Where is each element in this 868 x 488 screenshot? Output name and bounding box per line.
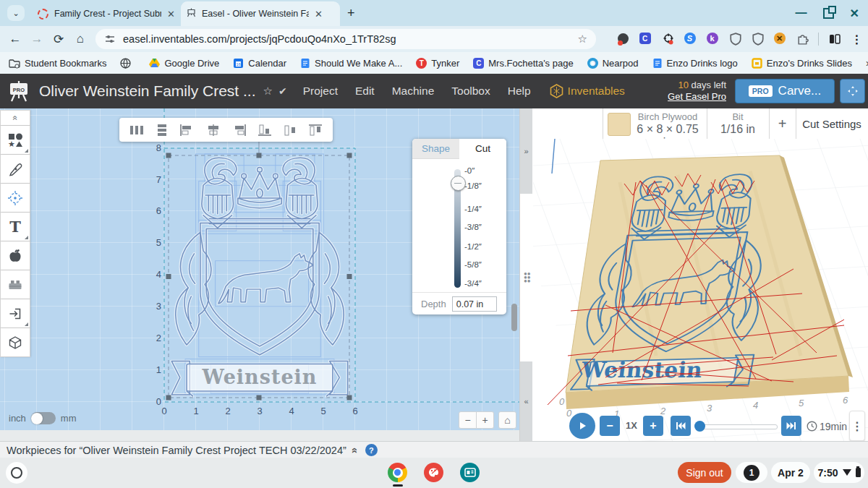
kami-extension-icon[interactable]: k (707, 33, 720, 46)
menu-machine[interactable]: Machine (392, 85, 435, 98)
tab-shape[interactable]: Shape (412, 139, 459, 159)
project-title[interactable]: Oliver Weinstein Family Crest ... (39, 82, 256, 100)
simulation-progress-slider[interactable] (698, 424, 778, 429)
tab-cut[interactable]: Cut (459, 139, 506, 158)
design-canvas[interactable]: Weinstein 8 7 6 5 4 3 2 1 0 0 1 2 3 4 5 (0, 108, 519, 430)
machine-jog-button[interactable] (840, 79, 865, 103)
help-icon[interactable]: ? (365, 444, 378, 456)
tab-easel[interactable]: Easel - Oliver Weinstein Family ✕ (181, 1, 340, 26)
bookmark-enzo-drinks-logo[interactable]: Enzo Drinks logo (652, 58, 738, 69)
window-restore-button[interactable] (823, 8, 834, 19)
pen-tool-button[interactable] (0, 155, 30, 184)
bit-info[interactable]: Bit 1/16 in (707, 111, 769, 136)
split-screen-icon[interactable] (828, 33, 841, 46)
cut-settings-button[interactable]: Cut Settings (796, 108, 868, 139)
notification-counter[interactable]: 1 (736, 462, 767, 483)
align-center-horizontal-button[interactable] (205, 124, 221, 137)
menu-help[interactable]: Help (508, 85, 531, 98)
shield-extension-icon[interactable] (729, 33, 742, 46)
crest-name-text[interactable]: Weinstein (202, 366, 318, 388)
speed-up-button[interactable]: + (643, 416, 663, 436)
home-icon[interactable]: ⌂ (69, 32, 91, 46)
bookmark-enzo-slides[interactable]: Enzo's Drinks Slides (752, 58, 852, 69)
align-left-button[interactable] (179, 124, 195, 137)
address-bar[interactable]: easel.inventables.com/projects/jqPcdouQo… (95, 29, 596, 49)
canvas-app-icon[interactable] (424, 463, 443, 482)
screencast-app-icon[interactable] (460, 463, 480, 482)
menu-toolbox[interactable]: Toolbox (451, 85, 490, 98)
extensions-puzzle-icon[interactable] (796, 33, 809, 46)
apps-apple-button[interactable] (0, 241, 30, 270)
bookmark-student-bookmarks[interactable]: Student Bookmarks (9, 58, 106, 69)
origin-tool-button[interactable] (0, 184, 30, 213)
canvas-vertical-scrollbar[interactable] (511, 304, 517, 331)
bookmark-should-we-make[interactable]: Should We Make A... (300, 58, 402, 69)
shield-extension-icon-2[interactable] (752, 33, 765, 46)
collapse-rail-button[interactable]: « (0, 110, 30, 126)
add-bit-button[interactable]: + (769, 108, 796, 139)
browser-menu-icon[interactable]: ⋮ (851, 33, 864, 46)
inventables-brand[interactable]: Inventables (550, 84, 625, 98)
depth-input[interactable]: 0.07 in (452, 296, 497, 312)
material-swatch[interactable] (608, 113, 631, 136)
zoom-home-button[interactable]: ⌂ (498, 411, 516, 429)
align-right-button[interactable] (231, 124, 247, 137)
menu-edit[interactable]: Edit (355, 85, 375, 98)
bookmark-tynker[interactable]: T Tynker (416, 58, 459, 69)
c-extension-icon[interactable]: C (639, 33, 652, 46)
distribute-vertical-button[interactable] (154, 124, 170, 137)
bookmark-globe[interactable] (120, 58, 135, 69)
date-pill[interactable]: Apr 2 (771, 462, 810, 483)
import-button[interactable] (0, 299, 30, 328)
skip-to-end-button[interactable] (781, 416, 801, 436)
forward-icon[interactable]: → (26, 32, 48, 46)
tab-search-button[interactable]: ⌄ (7, 5, 25, 21)
text-tool-button[interactable]: T (0, 213, 30, 241)
collapse-workpieces-icon[interactable]: « (349, 447, 361, 453)
reload-icon[interactable]: ⟳ (48, 32, 69, 47)
play-button[interactable] (569, 413, 595, 439)
bookmark-star-icon[interactable]: ☆ (578, 33, 587, 46)
carve-button[interactable]: PRO Carve... (735, 79, 835, 103)
tab-close-icon[interactable]: ✕ (167, 9, 175, 20)
divider-expand-left-icon[interactable]: « (520, 361, 532, 441)
x-badge-extension-icon[interactable]: ✕ (774, 33, 787, 46)
menu-project[interactable]: Project (303, 85, 338, 98)
window-close-button[interactable]: ✕ (850, 7, 859, 20)
bookmark-calendar[interactable]: 16 Calendar (233, 58, 286, 69)
target-extension-icon[interactable] (662, 33, 675, 46)
align-top-button[interactable] (307, 124, 323, 137)
bookmark-fochetta[interactable]: C Mrs.Fochetta's page (473, 58, 573, 69)
zoom-in-button[interactable]: + (477, 411, 494, 429)
shapes-tool-button[interactable]: ★ (0, 126, 30, 155)
zoom-out-button[interactable]: − (459, 411, 477, 429)
window-minimize-button[interactable]: — (796, 7, 807, 20)
recorder-extension-icon[interactable] (617, 33, 630, 46)
chrome-shelf-icon[interactable] (388, 463, 407, 482)
align-center-vertical-button[interactable] (282, 124, 298, 137)
simulation-progress-knob[interactable] (694, 421, 705, 432)
lego-brick-button[interactable] (0, 270, 30, 299)
new-tab-button[interactable]: + (347, 6, 355, 21)
preview-menu-button[interactable]: ⋮ (849, 411, 865, 441)
tab-close-icon[interactable]: ✕ (315, 9, 323, 20)
bookmark-nearpod[interactable]: ◉ Nearpod (587, 58, 639, 69)
depth-slider-handle[interactable] (451, 176, 466, 191)
site-info-icon[interactable] (104, 33, 116, 45)
divider-drag-handle[interactable]: ●●●●●● (524, 272, 531, 283)
unit-toggle[interactable] (31, 412, 56, 424)
3d-view-button[interactable] (0, 328, 30, 357)
status-tray[interactable]: 7:50 (814, 462, 864, 483)
back-icon[interactable]: ← (4, 32, 26, 46)
align-bottom-button[interactable] (257, 124, 273, 137)
get-easel-pro-link[interactable]: Get Easel Pro (668, 91, 726, 102)
preview-3d-viewport[interactable]: Weinstein 0 0 1 2 3 4 5 6 − 1X (533, 139, 868, 441)
tab-family-crest[interactable]: Family Crest - Project Submiss ✕ (32, 1, 181, 26)
favorite-star-icon[interactable]: ☆ (263, 85, 273, 98)
divider-expand-right-icon[interactable]: » (520, 108, 532, 194)
s-swirl-extension-icon[interactable]: S (684, 33, 697, 46)
launcher-button[interactable] (6, 462, 27, 484)
skip-to-start-button[interactable] (671, 416, 691, 436)
bookmark-google-drive[interactable]: Google Drive (149, 58, 219, 69)
distribute-horizontal-button[interactable] (129, 124, 145, 137)
